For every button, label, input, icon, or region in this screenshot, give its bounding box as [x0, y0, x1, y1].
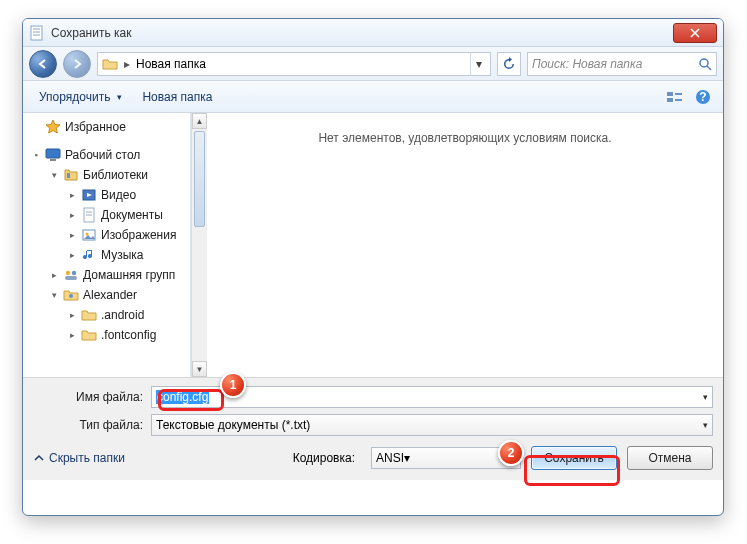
document-icon: [81, 207, 97, 223]
tree-user[interactable]: ▾ Alexander: [23, 285, 190, 305]
tree-images[interactable]: ▸ Изображения: [23, 225, 190, 245]
view-icon: [666, 90, 684, 104]
arrow-left-icon: [37, 58, 49, 70]
tree-scrollbar[interactable]: ▲ ▼: [191, 113, 207, 377]
folder-icon: [81, 327, 97, 343]
tree-libraries[interactable]: ▾ Библиотеки: [23, 165, 190, 185]
tree-homegroup[interactable]: ▸ Домашняя групп: [23, 265, 190, 285]
dialog-body: Избранное ▪ Рабочий стол ▾ Библиотеки ▸ …: [23, 113, 723, 377]
chevron-right-icon: ▸: [122, 57, 132, 71]
folder-icon: [81, 307, 97, 323]
annotation-marker-1: 1: [220, 372, 246, 398]
filetype-value: Текстовые документы (*.txt): [156, 418, 310, 432]
empty-message: Нет элементов, удовлетворяющих условиям …: [318, 131, 611, 377]
svg-point-24: [72, 271, 76, 275]
toolbar: Упорядочить Новая папка ?: [23, 81, 723, 113]
desktop-icon: [45, 147, 61, 163]
filetype-label: Тип файла:: [33, 418, 151, 432]
save-as-dialog: Сохранить как ▸ Новая папка ▾ Поиск: Нов…: [22, 18, 724, 516]
tree-folder-android[interactable]: ▸ .android: [23, 305, 190, 325]
svg-point-26: [69, 294, 73, 298]
chevron-down-icon[interactable]: ▾: [404, 451, 410, 465]
search-icon: [698, 57, 712, 71]
hide-folders-link[interactable]: Скрыть папки: [33, 451, 125, 465]
address-dropdown[interactable]: ▾: [470, 53, 486, 75]
search-input[interactable]: Поиск: Новая папка: [527, 52, 717, 76]
svg-line-7: [707, 66, 711, 70]
bottom-panel: Имя файла: config.cfg ▾ Тип файла: Текст…: [23, 377, 723, 480]
svg-point-6: [700, 59, 708, 67]
close-button[interactable]: [673, 23, 717, 43]
address-bar[interactable]: ▸ Новая папка ▾: [97, 52, 491, 76]
search-placeholder: Поиск: Новая папка: [532, 57, 712, 71]
scroll-down-button[interactable]: ▼: [192, 361, 207, 377]
chevron-down-icon[interactable]: ▾: [703, 420, 708, 430]
svg-text:?: ?: [699, 90, 706, 104]
file-list-pane[interactable]: Нет элементов, удовлетворяющих условиям …: [207, 113, 723, 377]
refresh-icon: [502, 57, 516, 71]
annotation-marker-2: 2: [498, 440, 524, 466]
filename-label: Имя файла:: [33, 390, 151, 404]
new-folder-button[interactable]: Новая папка: [134, 87, 220, 107]
arrow-right-icon: [71, 58, 83, 70]
scroll-thumb[interactable]: [194, 131, 205, 227]
user-folder-icon: [63, 287, 79, 303]
svg-rect-14: [46, 149, 60, 158]
close-icon: [690, 28, 700, 38]
libraries-icon: [63, 167, 79, 183]
images-icon: [81, 227, 97, 243]
folder-icon: [102, 56, 118, 72]
tree-video[interactable]: ▸ Видео: [23, 185, 190, 205]
music-icon: [81, 247, 97, 263]
chevron-up-icon: [33, 452, 45, 464]
svg-rect-25: [65, 276, 77, 280]
svg-rect-16: [67, 173, 70, 178]
view-options-button[interactable]: [663, 85, 687, 109]
homegroup-icon: [63, 267, 79, 283]
breadcrumb-segment[interactable]: Новая папка: [136, 57, 206, 71]
cancel-button[interactable]: Отмена: [627, 446, 713, 470]
navigation-tree[interactable]: Избранное ▪ Рабочий стол ▾ Библиотеки ▸ …: [23, 113, 191, 377]
tree-desktop[interactable]: ▪ Рабочий стол: [23, 145, 190, 165]
titlebar: Сохранить как: [23, 19, 723, 47]
svg-rect-0: [31, 26, 42, 40]
tree-folder-fontconfig[interactable]: ▸ .fontconfig: [23, 325, 190, 345]
encoding-value: ANSI: [376, 451, 404, 465]
svg-rect-9: [667, 98, 673, 102]
navigation-bar: ▸ Новая папка ▾ Поиск: Новая папка: [23, 47, 723, 81]
refresh-button[interactable]: [497, 52, 521, 76]
svg-rect-8: [667, 92, 673, 96]
filetype-dropdown[interactable]: Текстовые документы (*.txt) ▾: [151, 414, 713, 436]
window-title: Сохранить как: [51, 26, 673, 40]
nav-forward-button[interactable]: [63, 50, 91, 78]
svg-rect-11: [675, 99, 682, 101]
chevron-down-icon[interactable]: ▾: [703, 392, 708, 402]
scroll-up-button[interactable]: ▲: [192, 113, 207, 129]
encoding-label: Кодировка:: [293, 451, 361, 465]
nav-back-button[interactable]: [29, 50, 57, 78]
help-icon: ?: [695, 89, 711, 105]
organize-menu[interactable]: Упорядочить: [31, 87, 130, 107]
star-icon: [45, 119, 61, 135]
tree-favorites[interactable]: Избранное: [23, 117, 190, 137]
help-button[interactable]: ?: [691, 85, 715, 109]
notepad-icon: [29, 25, 45, 41]
filename-value[interactable]: config.cfg: [156, 390, 209, 404]
svg-rect-15: [50, 159, 56, 161]
video-icon: [81, 187, 97, 203]
svg-rect-10: [675, 93, 682, 95]
svg-point-23: [66, 271, 70, 275]
save-button[interactable]: Сохранить: [531, 446, 617, 470]
tree-documents[interactable]: ▸ Документы: [23, 205, 190, 225]
tree-music[interactable]: ▸ Музыка: [23, 245, 190, 265]
